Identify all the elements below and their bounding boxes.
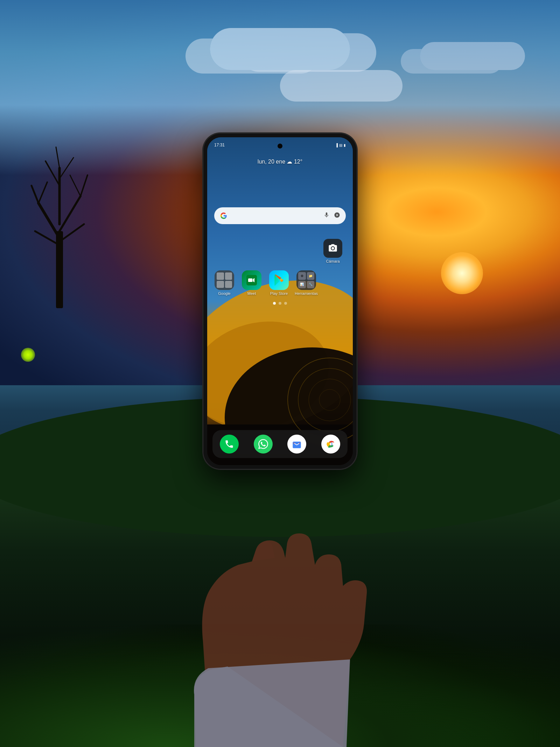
page-dot-2[interactable]	[279, 302, 281, 305]
mic-icon[interactable]	[323, 212, 330, 220]
camera-app[interactable]: Cámara	[323, 239, 342, 263]
folder-dot-4	[225, 281, 232, 288]
tools-folder-icon[interactable]: ⚙ 📁 📊 🔧	[296, 270, 316, 290]
status-time: 17:31	[214, 143, 225, 147]
google-folder[interactable]: Google	[212, 270, 236, 296]
folder-dot-1	[217, 272, 224, 280]
tool-4: 🔧	[307, 281, 315, 289]
google-folder-label: Google	[218, 291, 230, 296]
playstore-app[interactable]: Play Store	[267, 270, 291, 296]
meet-app[interactable]: Meet	[240, 270, 264, 296]
tool-3: 📊	[298, 281, 306, 289]
meet-label: Meet	[247, 291, 256, 296]
camera-label: Cámara	[326, 259, 340, 263]
cloud-1	[210, 28, 350, 70]
svg-line-7	[80, 175, 88, 196]
page-dots	[207, 302, 353, 305]
date-display: lun, 20 ene ☁ 12°	[207, 158, 353, 165]
phone-body: 17:31 ▐ ▤ ▮ lun, 20 ene ☁ 12°	[203, 133, 357, 469]
sun	[441, 252, 483, 294]
svg-rect-24	[248, 278, 253, 282]
svg-line-11	[59, 158, 74, 179]
page-dot-1[interactable]	[273, 302, 276, 305]
svg-line-6	[38, 182, 47, 203]
playstore-icon[interactable]	[269, 270, 289, 290]
google-logo	[220, 212, 227, 220]
google-folder-icon[interactable]	[215, 270, 234, 290]
cloud-2	[420, 42, 525, 70]
status-icons: ▐ ▤ ▮	[335, 143, 346, 147]
svg-line-5	[31, 186, 38, 203]
green-light	[21, 348, 35, 362]
search-bar[interactable]	[214, 207, 346, 224]
tools-folder-label: Herramientas	[295, 291, 318, 296]
wallpaper	[207, 137, 353, 465]
camera-icon[interactable]	[323, 239, 342, 258]
meet-icon[interactable]	[242, 270, 261, 290]
search-right-icons	[323, 212, 340, 220]
battery-icon: ▮	[344, 143, 346, 147]
svg-line-2	[59, 196, 80, 231]
svg-line-12	[56, 147, 59, 168]
playstore-label: Play Store	[270, 291, 288, 296]
svg-point-22	[331, 247, 334, 249]
page-dot-3[interactable]	[284, 302, 287, 305]
lens-icon[interactable]	[334, 212, 340, 220]
svg-rect-0	[56, 231, 63, 308]
tools-folder[interactable]: ⚙ 📁 📊 🔧 Herramientas	[294, 270, 318, 296]
phone-screen: 17:31 ▐ ▤ ▮ lun, 20 ene ☁ 12°	[207, 137, 353, 465]
app-grid: Google Meet	[212, 270, 348, 296]
tool-1: ⚙	[298, 272, 306, 280]
folder-dot-3	[217, 281, 224, 288]
tool-2: 📁	[307, 272, 315, 280]
tree-silhouette	[28, 133, 91, 308]
svg-line-8	[70, 175, 80, 196]
folder-dot-2	[225, 272, 232, 280]
wifi-icon: ▤	[339, 143, 342, 147]
cloud-3	[280, 70, 402, 102]
hand-silhouette	[140, 432, 420, 747]
date-text: lun, 20 ene ☁ 12°	[258, 159, 302, 165]
status-bar: 17:31 ▐ ▤ ▮	[214, 141, 346, 149]
camera-row: Cámara	[207, 239, 353, 263]
signal-icon: ▐	[335, 143, 338, 147]
svg-line-1	[38, 203, 59, 238]
phone-container: 17:31 ▐ ▤ ▮ lun, 20 ene ☁ 12°	[203, 133, 357, 469]
